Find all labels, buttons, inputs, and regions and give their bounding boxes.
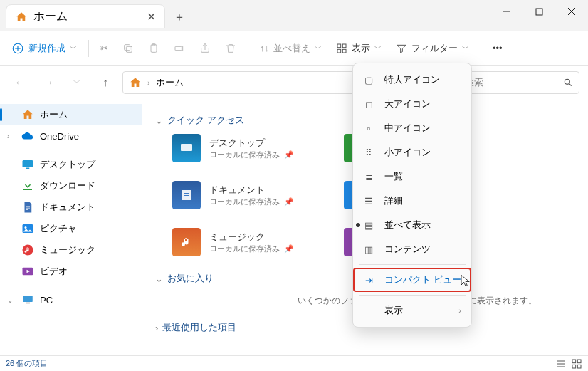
sidebar-item-music[interactable]: ミュージック: [0, 239, 142, 261]
desktop-icon: [21, 158, 34, 171]
minimize-button[interactable]: [490, 0, 523, 23]
up-button[interactable]: ↑: [94, 71, 117, 94]
cut-button[interactable]: ✂: [95, 36, 114, 61]
sidebar-item-label: デスクトップ: [40, 158, 95, 171]
menu-tiles[interactable]: ▤並べて表示: [353, 213, 471, 237]
item-title: ミュージック: [209, 231, 294, 244]
tab-close-icon[interactable]: ✕: [147, 10, 156, 23]
xl-icons-icon: ▢: [363, 75, 374, 85]
menu-show-submenu[interactable]: 表示›: [353, 298, 471, 323]
chevron-right-icon[interactable]: ›: [7, 132, 16, 140]
tab-home[interactable]: ホーム ✕: [6, 4, 165, 28]
menu-l-icons[interactable]: ◻大アイコン: [353, 92, 471, 116]
svg-rect-30: [184, 195, 189, 196]
view-button[interactable]: 表示 ﹀: [330, 36, 387, 61]
home-icon: [15, 11, 28, 23]
sort-icon: ↑↓: [260, 43, 269, 53]
share-button[interactable]: [194, 36, 216, 61]
nav-bar: ← → ﹀ ↑ › ホーム 検索: [0, 66, 588, 100]
sort-label: 並べ替え: [273, 42, 310, 55]
section-label: 最近使用した項目: [162, 321, 236, 334]
svg-rect-13: [337, 44, 341, 48]
pin-icon: 📌: [284, 150, 294, 160]
chevron-down-icon: ﹀: [315, 43, 322, 53]
thumbnails-view-button[interactable]: [571, 358, 582, 370]
maximize-button[interactable]: [523, 0, 555, 23]
paste-button[interactable]: [142, 36, 165, 61]
title-bar: ホーム ✕ ＋: [0, 0, 588, 31]
quick-access-item-music[interactable]: ミュージック ローカルに保存済み📌: [172, 228, 294, 256]
menu-label: 並べて表示: [384, 219, 431, 231]
menu-label: コンテンツ: [384, 243, 431, 256]
folder-desktop-icon: [172, 134, 201, 162]
back-button[interactable]: ←: [9, 71, 31, 94]
item-subtitle: ローカルに保存済み: [209, 197, 280, 207]
menu-separator: [359, 264, 466, 265]
svg-rect-7: [126, 46, 132, 52]
filter-button[interactable]: フィルター ﹀: [390, 36, 475, 61]
svg-rect-26: [26, 303, 30, 304]
svg-rect-35: [577, 360, 581, 363]
svg-rect-20: [26, 168, 30, 169]
menu-list[interactable]: ≣一覧: [353, 164, 471, 189]
sidebar-item-label: OneDrive: [40, 131, 79, 142]
sidebar-item-pc[interactable]: ⌄ PC: [0, 289, 142, 310]
details-view-button[interactable]: [555, 358, 567, 370]
separator: [248, 40, 248, 57]
home-icon: [129, 76, 142, 89]
folder-music-icon: [172, 228, 201, 256]
menu-xl-icons[interactable]: ▢特大アイコン: [353, 68, 471, 92]
forward-button[interactable]: →: [37, 71, 60, 94]
pc-icon: [21, 293, 34, 306]
rename-icon: [174, 43, 185, 54]
rename-button[interactable]: [168, 36, 191, 61]
chevron-down-icon[interactable]: ⌄: [7, 296, 16, 304]
sidebar-item-label: ダウンロード: [40, 179, 95, 192]
item-title: ドキュメント: [209, 184, 294, 197]
svg-rect-15: [337, 49, 341, 53]
sidebar-item-home[interactable]: ホーム: [0, 104, 142, 125]
quick-access-item-desktop[interactable]: デスクトップ ローカルに保存済み📌: [172, 134, 294, 162]
content-icon: ▥: [363, 244, 374, 255]
sidebar-item-label: ドキュメント: [40, 201, 95, 214]
plus-circle-icon: [11, 42, 24, 55]
sidebar-item-downloads[interactable]: ダウンロード: [0, 175, 142, 197]
more-button[interactable]: •••: [487, 36, 508, 61]
menu-content[interactable]: ▥コンテンツ: [353, 237, 471, 261]
chevron-down-icon: ﹀: [462, 43, 469, 53]
menu-m-icons[interactable]: ▫中アイコン: [353, 116, 471, 140]
sidebar-item-onedrive[interactable]: › OneDrive: [0, 125, 142, 147]
close-button[interactable]: [555, 0, 588, 23]
delete-button[interactable]: [219, 36, 242, 61]
sort-button[interactable]: ↑↓ 並べ替え ﹀: [254, 36, 327, 61]
copy-button[interactable]: [117, 36, 140, 61]
svg-rect-34: [572, 360, 576, 363]
chevron-down-icon: ﹀: [374, 43, 382, 53]
new-label: 新規作成: [28, 42, 65, 55]
item-count: 26 個の項目: [6, 358, 48, 369]
scissors-icon: ✂: [100, 43, 108, 53]
sidebar-item-desktop[interactable]: デスクトップ: [0, 154, 142, 175]
new-button[interactable]: 新規作成 ﹀: [6, 36, 83, 61]
menu-compact-view[interactable]: ⇥コンパクト ビュー: [353, 268, 471, 292]
sidebar-item-pictures[interactable]: ピクチャ: [0, 218, 142, 239]
svg-rect-25: [23, 296, 33, 302]
quick-access-item-documents[interactable]: ドキュメント ローカルに保存済み📌: [172, 181, 294, 209]
menu-details[interactable]: ☰詳細: [353, 189, 471, 213]
chevron-right-icon: ›: [147, 78, 150, 87]
sidebar-item-videos[interactable]: ビデオ: [0, 261, 142, 282]
trash-icon: [225, 43, 236, 54]
sidebar-item-documents[interactable]: ドキュメント: [0, 197, 142, 218]
search-box[interactable]: 検索: [458, 71, 579, 94]
separator: [88, 40, 89, 57]
menu-s-icons[interactable]: ⠿小アイコン: [353, 140, 471, 164]
svg-rect-11: [175, 46, 182, 50]
recent-dropdown[interactable]: ﹀: [65, 71, 88, 94]
svg-point-17: [565, 79, 569, 84]
menu-label: 表示: [384, 304, 403, 317]
section-label: お気に入り: [167, 272, 214, 285]
menu-label: 詳細: [384, 194, 403, 207]
menu-label: 小アイコン: [384, 146, 431, 159]
new-tab-button[interactable]: ＋: [168, 6, 191, 28]
svg-rect-36: [572, 365, 576, 368]
